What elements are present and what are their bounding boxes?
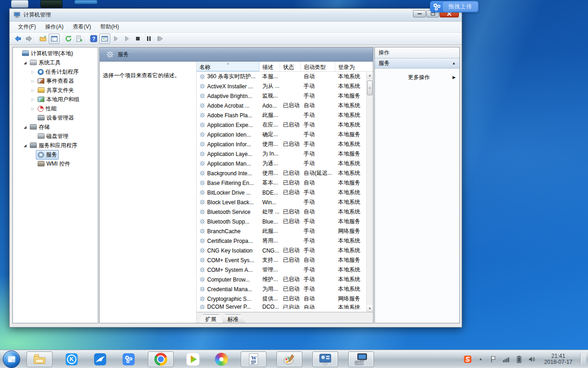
tree-item-设备管理器[interactable]: 设备管理器 xyxy=(13,113,98,122)
tree-item-计算机管理(本地)[interactable]: 计算机管理(本地) xyxy=(13,49,98,58)
scroll-up-icon[interactable]: ▲ xyxy=(367,72,373,79)
taskbar-app-explorer[interactable] xyxy=(27,351,52,367)
service-row[interactable]: Application Infor...使用...已启动手动本地系统 xyxy=(197,139,366,149)
stop-button[interactable] xyxy=(132,34,143,44)
service-row[interactable]: Adobe Flash Pla...此服...手动本地系统 xyxy=(197,110,366,120)
flag-tray-icon[interactable] xyxy=(489,355,498,363)
tree-item-服务和应用程序[interactable]: ◢服务和应用程序 xyxy=(13,141,98,150)
service-row[interactable]: Block Level Back...Win...手动本地系统 xyxy=(197,197,366,207)
taskbar-clock[interactable]: 21:41 2018-07-17 xyxy=(541,353,576,365)
column-header-名称[interactable]: 名称▲ xyxy=(197,62,260,71)
tree-item-存储[interactable]: ◢存储 xyxy=(13,122,98,132)
column-header-启动类型[interactable]: 启动类型 xyxy=(301,62,335,71)
tree-item-磁盘管理[interactable]: 磁盘管理 xyxy=(13,132,98,141)
netdisk-upload-widget[interactable]: 拖拽上传 xyxy=(430,1,479,12)
taskbar-app-tencent-video[interactable] xyxy=(184,351,202,367)
service-row[interactable]: Adaptive Brightn...监视...手动本地服务 xyxy=(197,91,366,101)
export-list-button[interactable] xyxy=(74,34,85,44)
service-row[interactable]: Application Expe...在应...已启动手动本地系统 xyxy=(197,120,366,130)
desktop-icon-peek[interactable] xyxy=(40,0,62,8)
taskbar-app-paint[interactable] xyxy=(277,351,302,367)
view-tab-扩展[interactable]: 扩展 xyxy=(198,314,223,323)
service-row[interactable]: ActiveX Installer ...为从 ...手动本地系统 xyxy=(197,81,366,91)
service-row[interactable]: Computer Brow...维护...已启动手动本地系统 xyxy=(197,275,366,284)
taskbar-app-computer-management[interactable] xyxy=(348,351,374,367)
tree-item-性能[interactable]: ▷性能 xyxy=(13,104,98,113)
show-desktop-button[interactable] xyxy=(580,353,586,365)
start-button[interactable] xyxy=(3,351,20,368)
desktop-icon-peek[interactable] xyxy=(11,0,28,8)
sogou-tray-icon[interactable] xyxy=(464,355,472,363)
expander-open-icon[interactable]: ◢ xyxy=(22,144,28,148)
service-row[interactable]: Application Iden...确定...手动本地服务 xyxy=(197,130,366,139)
more-actions-item[interactable]: 更多操作 ▶ xyxy=(375,71,459,83)
service-row[interactable]: Application Man...为通...手动本地系统 xyxy=(197,159,366,168)
expander-closed-icon[interactable]: ▷ xyxy=(30,107,36,111)
column-header-登录为[interactable]: 登录为 xyxy=(335,62,373,71)
service-row[interactable]: Base Filtering En...基本...已启动自动本地服务 xyxy=(197,178,366,188)
tree-item-服务[interactable]: 服务 xyxy=(13,150,98,159)
column-header-状态[interactable]: 状态 xyxy=(280,62,301,71)
taskbar-app-k-app[interactable]: K xyxy=(62,351,81,367)
expander-open-icon[interactable]: ◢ xyxy=(22,125,28,129)
scroll-thumb[interactable] xyxy=(367,80,373,95)
service-row[interactable]: BranchCache此服...手动网络服务 xyxy=(197,226,366,236)
scroll-track[interactable] xyxy=(367,79,373,305)
minimize-button[interactable] xyxy=(413,10,426,17)
expander-closed-icon[interactable]: ▷ xyxy=(30,98,36,102)
tree-item-系统工具[interactable]: ◢系统工具 xyxy=(13,58,98,67)
pause-button[interactable] xyxy=(143,34,154,44)
expander-closed-icon[interactable]: ▷ xyxy=(30,79,36,83)
service-row[interactable]: Cryptographic S...提供...已启动自动网络服务 xyxy=(197,294,366,304)
menu-item-2[interactable]: 查看(V) xyxy=(68,22,96,32)
expander-closed-icon[interactable]: ▷ xyxy=(30,70,36,74)
menu-item-1[interactable]: 操作(A) xyxy=(40,22,68,32)
service-row[interactable]: 360 杀毒实时防护...本服...自动本地系统 xyxy=(197,72,366,81)
service-row[interactable]: Bluetooth Service处理 ...已启动自动本地系统 xyxy=(197,207,366,217)
service-row[interactable]: Credential Mana...为用...已启动手动本地系统 xyxy=(197,284,366,294)
titlebar[interactable]: 计算机管理 xyxy=(10,9,462,22)
help-button[interactable]: ? xyxy=(88,34,99,44)
taskbar-app-control-panel[interactable] xyxy=(312,351,338,367)
open-folder-button[interactable] xyxy=(38,34,49,44)
tree-item-WMI 控件[interactable]: WMI 控件 xyxy=(13,159,98,168)
service-row[interactable]: COM+ Event Sys...支持...已启动自动本地服务 xyxy=(197,255,366,265)
menu-item-0[interactable]: 文件(F) xyxy=(13,22,40,32)
actions-section-header[interactable]: 服务 ▲ xyxy=(375,58,459,69)
menu-item-3[interactable]: 帮助(H) xyxy=(96,22,124,32)
taskbar-app-chrome[interactable] xyxy=(148,351,174,367)
tree-item-共享文件夹[interactable]: ▷共享文件夹 xyxy=(13,86,98,95)
service-row[interactable]: Adobe Acrobat ...Ado...已启动自动本地系统 xyxy=(197,101,366,110)
play-button[interactable] xyxy=(110,34,121,44)
volume-tray-icon[interactable] xyxy=(528,355,537,363)
service-row[interactable]: Bluetooth Supp...Blue...已启动手动本地服务 xyxy=(197,217,366,226)
taskbar-app-baidu-netdisk[interactable] xyxy=(119,351,138,367)
service-row[interactable]: Certificate Propa...将用...手动本地系统 xyxy=(197,236,366,246)
service-row[interactable]: DCOM Server P...DCO...已启动自动本地系统 xyxy=(197,304,366,309)
desktop-icon-peek[interactable] xyxy=(74,0,97,4)
column-header-描述[interactable]: 描述 xyxy=(260,62,280,71)
refresh-button[interactable] xyxy=(63,34,74,44)
up-arrow-tray-icon[interactable]: ▲ xyxy=(476,355,485,363)
back-button[interactable] xyxy=(12,34,23,44)
toggle-tree-button[interactable] xyxy=(99,34,110,44)
network-tray-icon[interactable] xyxy=(502,355,511,363)
tree-item-任务计划程序[interactable]: ▷任务计划程序 xyxy=(13,67,98,76)
play-button[interactable] xyxy=(121,34,132,44)
service-row[interactable]: COM+ System A...管理...手动本地系统 xyxy=(197,265,366,275)
expander-closed-icon[interactable]: ▷ xyxy=(30,88,36,92)
scroll-down-icon[interactable]: ▼ xyxy=(367,305,373,312)
taskbar-app-thunder[interactable] xyxy=(91,351,109,367)
console-window-button[interactable] xyxy=(49,34,60,44)
step-button[interactable] xyxy=(154,34,165,44)
taskbar-app-browser-pinwheel[interactable] xyxy=(212,351,231,367)
list-scrollbar[interactable]: ▲ ▼ xyxy=(366,72,373,312)
view-tab-标准[interactable]: 标准 xyxy=(220,314,245,323)
expander-open-icon[interactable]: ◢ xyxy=(22,61,28,65)
forward-button[interactable] xyxy=(23,34,34,44)
service-row[interactable]: Application Laye...为 In...手动本地服务 xyxy=(197,149,366,159)
tree-item-事件查看器[interactable]: ▷事件查看器 xyxy=(13,76,98,86)
tree-item-本地用户和组[interactable]: ▷本地用户和组 xyxy=(13,95,98,104)
service-row[interactable]: CNG Key IsolationCNG...已启动手动本地系统 xyxy=(197,246,366,255)
collapse-section-icon[interactable]: ▲ xyxy=(452,61,456,65)
